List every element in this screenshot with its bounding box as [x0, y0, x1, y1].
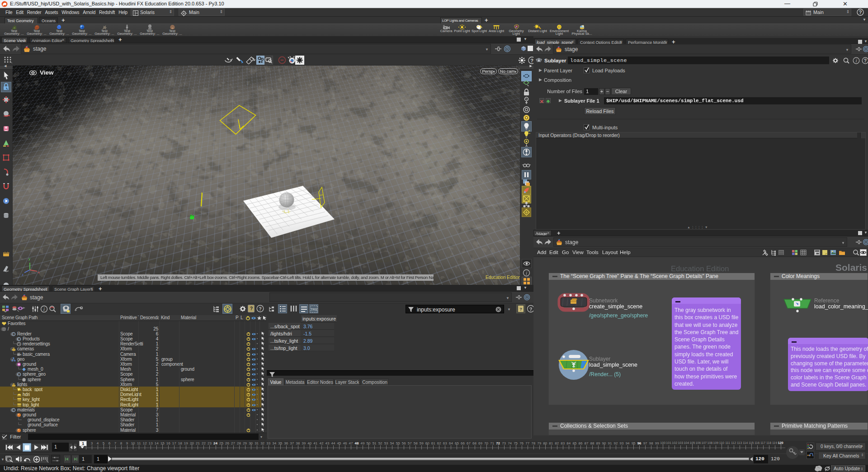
svg-text:z: z — [22, 273, 24, 277]
svg-text:i: i — [526, 271, 527, 276]
svg-text:x: x — [38, 270, 40, 274]
svg-text:i: i — [43, 307, 45, 312]
svg-text:?: ? — [519, 307, 522, 312]
svg-text:i: i — [856, 58, 857, 63]
svg-text:?: ? — [864, 58, 867, 63]
svg-text:?: ? — [529, 307, 533, 312]
svg-text:?: ? — [259, 306, 261, 312]
svg-text:TRS: TRS — [311, 308, 317, 311]
svg-text:y: y — [28, 257, 30, 261]
svg-text:?: ? — [859, 9, 862, 15]
